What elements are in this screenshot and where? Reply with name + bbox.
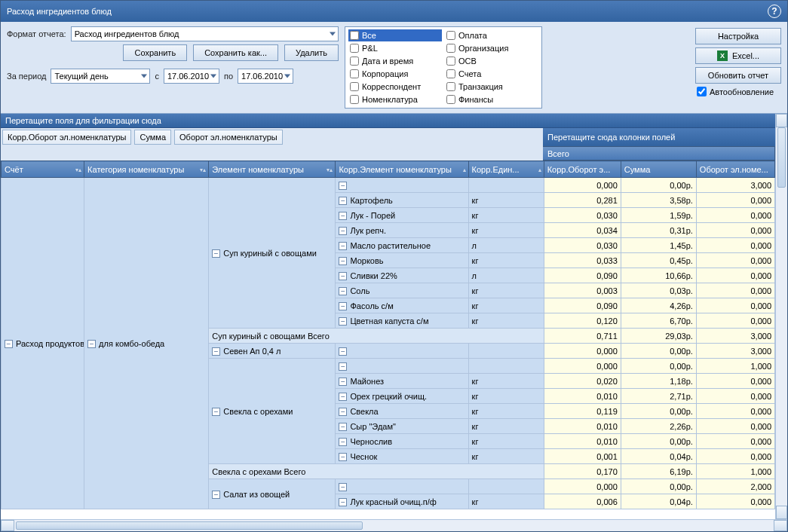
column-drop-zone[interactable]: Перетащите сюда колонки полей bbox=[543, 128, 775, 146]
element-cell: −Суп куриный с овощами bbox=[209, 178, 336, 329]
settings-button[interactable]: Настройка bbox=[695, 28, 781, 44]
check-org[interactable]: Организация bbox=[446, 42, 537, 54]
collapse-toggle-icon[interactable]: − bbox=[339, 257, 347, 265]
check-pl[interactable]: P&L bbox=[350, 42, 440, 54]
excel-icon: X bbox=[717, 50, 728, 61]
date-from[interactable]: 17.06.2010 bbox=[164, 69, 219, 84]
check-accounts[interactable]: Счета bbox=[446, 68, 537, 80]
collapse-toggle-icon[interactable]: − bbox=[339, 378, 347, 386]
check-osv[interactable]: ОСВ bbox=[446, 55, 537, 67]
period-label: За период bbox=[7, 72, 46, 81]
collapse-toggle-icon[interactable]: − bbox=[212, 408, 220, 416]
collapse-toggle-icon[interactable]: − bbox=[339, 498, 347, 506]
hdr-corr-element[interactable]: Корр.Элемент номенклатуры▴ bbox=[336, 161, 468, 178]
check-corr[interactable]: Корреспондент bbox=[350, 81, 440, 93]
help-icon[interactable]: ? bbox=[768, 5, 781, 18]
collapse-toggle-icon[interactable]: − bbox=[339, 302, 347, 310]
collapse-toggle-icon[interactable]: − bbox=[212, 347, 220, 356]
excel-button[interactable]: XExcel... bbox=[695, 47, 781, 64]
auto-refresh-check[interactable]: Автообновление bbox=[695, 87, 781, 96]
field-turnover[interactable]: Оборот эл.номенклатуры bbox=[174, 130, 283, 145]
check-corp[interactable]: Корпорация bbox=[350, 68, 440, 80]
hdr-corr-unit[interactable]: Корр.Един...▴ bbox=[468, 161, 544, 178]
hdr-element[interactable]: Элемент номенклатуры▾▴ bbox=[209, 161, 336, 178]
period-combo[interactable]: Текущий день bbox=[51, 69, 150, 84]
collapse-toggle-icon[interactable]: − bbox=[339, 212, 347, 220]
check-finance[interactable]: Финансы bbox=[446, 93, 537, 105]
pivot-table: Счёт▾▴ Категория номенклатуры▾▴ Элемент … bbox=[1, 161, 775, 509]
hdr-account[interactable]: Счёт▾▴ bbox=[2, 161, 84, 178]
collapse-toggle-icon[interactable]: − bbox=[339, 453, 347, 461]
refresh-button[interactable]: Обновить отчет bbox=[695, 67, 781, 84]
filter-drop-zone[interactable]: Перетащите поля для фильтрации сюда bbox=[1, 114, 775, 128]
collapse-toggle-icon[interactable]: − bbox=[339, 272, 347, 280]
toolbar: Формат отчета: Расход ингредиентов блюд … bbox=[1, 22, 787, 114]
field-sum[interactable]: Сумма bbox=[134, 130, 171, 145]
account-cell: −Расход продуктов bbox=[2, 178, 84, 509]
collapse-toggle-icon[interactable]: − bbox=[212, 249, 220, 258]
collapse-toggle-icon[interactable]: − bbox=[87, 340, 96, 348]
collapse-toggle-icon[interactable]: − bbox=[339, 182, 347, 190]
hdr-category[interactable]: Категория номенклатуры▾▴ bbox=[84, 161, 209, 178]
date-to[interactable]: 17.06.2010 bbox=[238, 69, 293, 84]
collapse-toggle-icon[interactable]: − bbox=[339, 317, 347, 326]
hdr-v3[interactable]: Оборот эл.номе... bbox=[696, 161, 774, 178]
format-label: Формат отчета: bbox=[7, 29, 66, 38]
delete-button[interactable]: Удалить bbox=[284, 44, 339, 61]
window-title: Расход ингредиентов блюд bbox=[7, 7, 112, 16]
to-label: по bbox=[224, 72, 233, 81]
save-button[interactable]: Сохранить bbox=[123, 44, 187, 61]
check-nomen[interactable]: Номенклатура bbox=[350, 93, 440, 105]
collapse-toggle-icon[interactable]: − bbox=[339, 423, 347, 431]
horizontal-scrollbar[interactable] bbox=[1, 519, 787, 531]
element-cell: −Севен Ап 0,4 л bbox=[209, 344, 336, 359]
element-cell: −Салат из овощей bbox=[209, 479, 336, 509]
data-fields-row: Корр.Оборот эл.номенклатуры Сумма Оборот… bbox=[1, 128, 775, 146]
title-bar: Расход ингредиентов блюд ? bbox=[1, 1, 787, 22]
element-cell: −Свекла с орехами bbox=[209, 359, 336, 464]
collapse-toggle-icon[interactable]: − bbox=[339, 483, 347, 491]
hdr-v1[interactable]: Корр.Оборот э... bbox=[544, 161, 621, 178]
vertical-scrollbar[interactable] bbox=[775, 114, 787, 519]
category-cell: −для комбо-обеда bbox=[84, 178, 209, 509]
collapse-toggle-icon[interactable]: − bbox=[339, 287, 347, 295]
check-all[interactable]: Все bbox=[348, 29, 442, 41]
format-combo[interactable]: Расход ингредиентов блюд bbox=[71, 26, 339, 41]
from-label: с bbox=[155, 72, 159, 81]
collapse-toggle-icon[interactable]: − bbox=[339, 438, 347, 446]
collapse-toggle-icon[interactable]: − bbox=[339, 393, 347, 401]
field-corr-turnover[interactable]: Корр.Оборот эл.номенклатуры bbox=[2, 130, 131, 145]
collapse-toggle-icon[interactable]: − bbox=[339, 362, 347, 371]
check-trans[interactable]: Транзакция bbox=[446, 81, 537, 93]
collapse-toggle-icon[interactable]: − bbox=[339, 408, 347, 416]
save-as-button[interactable]: Сохранить как... bbox=[193, 44, 278, 61]
collapse-toggle-icon[interactable]: − bbox=[339, 242, 347, 250]
check-payment[interactable]: Оплата bbox=[446, 29, 537, 41]
field-selector: Все Оплата P&L Организация Дата и время … bbox=[345, 26, 542, 109]
collapse-toggle-icon[interactable]: − bbox=[339, 227, 347, 235]
collapse-toggle-icon[interactable]: − bbox=[5, 340, 13, 348]
collapse-toggle-icon[interactable]: − bbox=[212, 491, 220, 499]
collapse-toggle-icon[interactable]: − bbox=[339, 347, 347, 356]
total-header: Всего bbox=[543, 146, 775, 161]
hdr-v2[interactable]: Сумма bbox=[621, 161, 696, 178]
check-datetime[interactable]: Дата и время bbox=[350, 55, 440, 67]
collapse-toggle-icon[interactable]: − bbox=[339, 197, 347, 205]
